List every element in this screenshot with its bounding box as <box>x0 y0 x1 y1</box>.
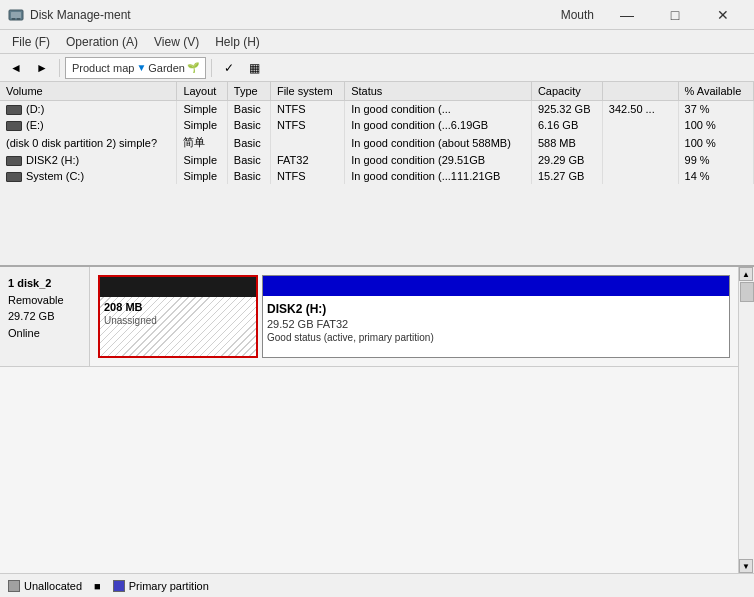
legend-unallocated-label: Unallocated <box>24 580 82 592</box>
disk-view-area: 1 disk_2 Removable 29.72 GB Online 208 M… <box>0 267 754 573</box>
cell-filesystem: NTFS <box>270 168 344 184</box>
table-row[interactable]: (D:)SimpleBasicNTFSIn good condition (..… <box>0 101 754 118</box>
disk-type: Removable <box>8 292 81 309</box>
cell-type: Basic <box>227 168 270 184</box>
cell-status: In good condition (... <box>345 101 532 118</box>
cell-available: 37 % <box>678 101 753 118</box>
menu-operation[interactable]: Operation (A) <box>58 33 146 51</box>
table-row[interactable]: (disk 0 disk partition 2) simple?简单Basic… <box>0 133 754 152</box>
scrollbar-thumb[interactable] <box>740 282 754 302</box>
back-button[interactable]: ◄ <box>4 57 28 79</box>
col-layout[interactable]: Layout <box>177 82 227 101</box>
volume-disk-icon <box>6 172 22 182</box>
col-type[interactable]: Type <box>227 82 270 101</box>
app-icon <box>8 7 24 23</box>
menu-bar: File (F) Operation (A) View (V) Help (H) <box>0 30 754 54</box>
scroll-up-arrow[interactable]: ▲ <box>739 267 753 281</box>
cell-layout: Simple <box>177 117 227 133</box>
partition-main[interactable]: DISK2 (H:) 29.52 GB FAT32 Good status (a… <box>262 275 730 358</box>
partition-main-top-bar <box>263 276 729 296</box>
partition-unassigned[interactable]: 208 MB Unassigned <box>98 275 258 358</box>
cell-free <box>602 152 678 168</box>
cell-free <box>602 117 678 133</box>
col-volume[interactable]: Volume <box>0 82 177 101</box>
partition-disk2-status: Good status (active, primary partition) <box>267 332 725 343</box>
legend-separator: ■ <box>94 580 101 592</box>
grid-button[interactable]: ▦ <box>243 57 267 79</box>
cell-layout: 简单 <box>177 133 227 152</box>
cell-available: 99 % <box>678 152 753 168</box>
scroll-down-arrow[interactable]: ▼ <box>739 559 753 573</box>
svg-rect-1 <box>11 12 21 18</box>
cell-status: In good condition (...6.19GB <box>345 117 532 133</box>
cell-free: 342.50 ... <box>602 101 678 118</box>
check-button[interactable]: ✓ <box>217 57 241 79</box>
disk-partitions: 208 MB Unassigned DISK2 (H:) 29.52 GB FA… <box>90 267 738 366</box>
col-capacity[interactable]: Capacity <box>531 82 602 101</box>
volume-table-container: Volume Layout Type File system Status Ca… <box>0 82 754 267</box>
minimize-button[interactable]: — <box>604 0 650 30</box>
cell-type: Basic <box>227 117 270 133</box>
menu-view[interactable]: View (V) <box>146 33 207 51</box>
cell-layout: Simple <box>177 168 227 184</box>
product-map-button[interactable]: Product map ▼ Garden 🌱 <box>65 57 206 79</box>
disk-id: 1 disk_2 <box>8 275 81 292</box>
table-row[interactable]: System (C:)SimpleBasicNTFSIn good condit… <box>0 168 754 184</box>
cell-volume: (D:) <box>0 101 177 118</box>
cell-status: In good condition (29.51GB <box>345 152 532 168</box>
menu-help[interactable]: Help (H) <box>207 33 268 51</box>
legend-primary-box <box>113 580 125 592</box>
app-title: Disk Manage-ment <box>30 8 131 22</box>
cell-available: 100 % <box>678 133 753 152</box>
title-bar-left: Disk Manage-ment <box>8 7 131 23</box>
cell-filesystem: FAT32 <box>270 152 344 168</box>
partition-unassigned-top-bar <box>100 277 256 297</box>
col-status[interactable]: Status <box>345 82 532 101</box>
cell-capacity: 925.32 GB <box>531 101 602 118</box>
cell-volume: (disk 0 disk partition 2) simple? <box>0 133 177 152</box>
unassigned-label: Unassigned <box>104 315 252 326</box>
table-header-row: Volume Layout Type File system Status Ca… <box>0 82 754 101</box>
cell-volume: DISK2 (H:) <box>0 152 177 168</box>
col-filesystem[interactable]: File system <box>270 82 344 101</box>
cell-available: 14 % <box>678 168 753 184</box>
cell-layout: Simple <box>177 152 227 168</box>
close-button[interactable]: ✕ <box>700 0 746 30</box>
cell-filesystem: NTFS <box>270 101 344 118</box>
col-free[interactable] <box>602 82 678 101</box>
mouth-label: Mouth <box>561 8 594 22</box>
menu-file[interactable]: File (F) <box>4 33 58 51</box>
cell-filesystem <box>270 133 344 152</box>
cell-capacity: 29.29 GB <box>531 152 602 168</box>
volume-disk-icon <box>6 156 22 166</box>
volume-disk-icon <box>6 121 22 131</box>
maximize-button[interactable]: □ <box>652 0 698 30</box>
table-row[interactable]: (E:)SimpleBasicNTFSIn good condition (..… <box>0 117 754 133</box>
legend-unallocated: Unallocated <box>8 580 82 592</box>
cell-capacity: 15.27 GB <box>531 168 602 184</box>
cell-free <box>602 168 678 184</box>
disk-status: Online <box>8 325 81 342</box>
partition-disk2-name: DISK2 (H:) <box>267 302 725 316</box>
volume-disk-icon <box>6 105 22 115</box>
cell-filesystem: NTFS <box>270 117 344 133</box>
cell-free <box>602 133 678 152</box>
toolbar-separator-2 <box>211 59 212 77</box>
cell-type: Basic <box>227 152 270 168</box>
title-bar-controls: Mouth — □ ✕ <box>561 0 746 30</box>
volume-table: Volume Layout Type File system Status Ca… <box>0 82 754 184</box>
cell-volume: (E:) <box>0 117 177 133</box>
disk-row: 1 disk_2 Removable 29.72 GB Online 208 M… <box>0 267 738 367</box>
svg-rect-2 <box>12 18 15 20</box>
col-available[interactable]: % Available <box>678 82 753 101</box>
cell-volume: System (C:) <box>0 168 177 184</box>
cell-capacity: 588 MB <box>531 133 602 152</box>
toolbar: ◄ ► Product map ▼ Garden 🌱 ✓ ▦ <box>0 54 754 82</box>
svg-rect-3 <box>17 18 20 20</box>
scrollbar[interactable]: ▲ ▼ <box>738 267 754 573</box>
title-bar: Disk Manage-ment Mouth — □ ✕ <box>0 0 754 30</box>
forward-button[interactable]: ► <box>30 57 54 79</box>
toolbar-separator <box>59 59 60 77</box>
cell-type: Basic <box>227 101 270 118</box>
table-row[interactable]: DISK2 (H:)SimpleBasicFAT32In good condit… <box>0 152 754 168</box>
